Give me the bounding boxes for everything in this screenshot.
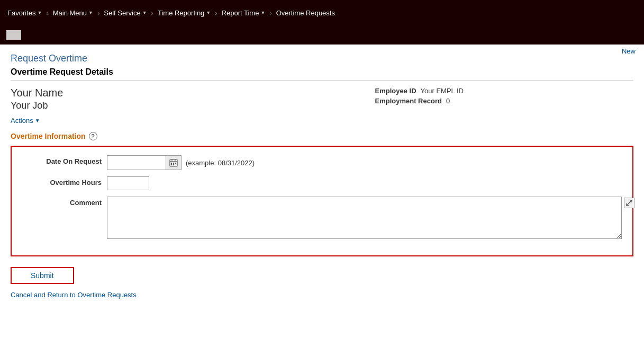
actions-label: Actions bbox=[11, 117, 33, 125]
calendar-icon bbox=[169, 158, 178, 167]
favorites-dropdown-icon: ▼ bbox=[37, 10, 42, 15]
actions-dropdown[interactable]: Actions ▼ bbox=[11, 117, 40, 125]
logo-image bbox=[6, 30, 21, 40]
nav-sep-1: › bbox=[46, 9, 48, 17]
hours-label: Overtime Hours bbox=[22, 176, 107, 187]
overtime-form-box: Date On Request bbox=[11, 146, 633, 256]
section-title: Overtime Request Details bbox=[11, 67, 633, 81]
date-input-wrapper bbox=[107, 155, 182, 170]
main-content: Request Overtime Overtime Request Detail… bbox=[0, 45, 644, 307]
navbar-overtime-requests: Overtime Requests bbox=[275, 9, 336, 17]
employee-name: Your Name bbox=[11, 87, 269, 99]
self-service-dropdown-icon: ▼ bbox=[142, 10, 147, 15]
employment-record-label: Employment Record bbox=[375, 97, 442, 105]
navbar-time-reporting-label: Time Reporting bbox=[158, 9, 204, 17]
navbar-overtime-requests-label: Overtime Requests bbox=[276, 9, 335, 17]
date-field: (example: 08/31/2022) bbox=[107, 155, 622, 170]
employee-info-left: Your Name Your Job bbox=[11, 87, 269, 111]
employee-id-value: Your EMPL ID bbox=[421, 87, 464, 95]
svg-rect-6 bbox=[175, 163, 176, 164]
nav-sep-3: › bbox=[151, 9, 153, 17]
employee-id-row: Employee ID Your EMPL ID bbox=[375, 87, 464, 95]
navbar-time-reporting[interactable]: Time Reporting ▼ bbox=[157, 9, 212, 17]
employee-id-label: Employee ID bbox=[375, 87, 416, 95]
time-reporting-dropdown-icon: ▼ bbox=[206, 10, 211, 15]
comment-textarea[interactable] bbox=[107, 197, 622, 239]
navbar-report-time[interactable]: Report Time ▼ bbox=[221, 9, 267, 17]
svg-rect-4 bbox=[171, 163, 172, 164]
date-hint: (example: 08/31/2022) bbox=[186, 159, 255, 167]
expand-comment-icon[interactable] bbox=[624, 198, 634, 208]
cancel-link[interactable]: Cancel and Return to Overtime Requests bbox=[11, 291, 137, 299]
navbar-self-service-label: Self Service bbox=[104, 9, 140, 17]
navbar-favorites[interactable]: Favorites ▼ bbox=[6, 9, 43, 17]
navbar-main-menu[interactable]: Main Menu ▼ bbox=[52, 9, 94, 17]
comment-wrapper bbox=[107, 197, 622, 241]
employee-info: Your Name Your Job Employee ID Your EMPL… bbox=[11, 87, 633, 111]
svg-rect-5 bbox=[173, 163, 174, 164]
employment-record-row: Employment Record 0 bbox=[375, 97, 450, 105]
main-menu-dropdown-icon: ▼ bbox=[88, 10, 93, 15]
employee-job: Your Job bbox=[11, 100, 269, 111]
svg-line-9 bbox=[627, 200, 632, 206]
calendar-button[interactable] bbox=[166, 156, 181, 170]
date-input[interactable] bbox=[107, 156, 166, 170]
overtime-information-title: Overtime Information ? bbox=[11, 132, 633, 140]
employee-info-right: Employee ID Your EMPL ID Employment Reco… bbox=[269, 87, 634, 107]
navbar-favorites-label: Favorites bbox=[7, 9, 35, 17]
help-icon[interactable]: ? bbox=[89, 132, 97, 140]
report-time-dropdown-icon: ▼ bbox=[260, 10, 265, 15]
comment-field bbox=[107, 197, 622, 241]
svg-rect-7 bbox=[171, 164, 172, 165]
nav-sep-2: › bbox=[97, 9, 99, 17]
top-navbar: Favorites ▼ › Main Menu ▼ › Self Service… bbox=[0, 0, 644, 25]
navbar-self-service[interactable]: Self Service ▼ bbox=[103, 9, 148, 17]
actions-arrow-icon: ▼ bbox=[35, 118, 40, 123]
page-title: Request Overtime bbox=[11, 53, 633, 64]
svg-rect-8 bbox=[173, 164, 174, 165]
date-on-request-row: Date On Request bbox=[22, 155, 622, 170]
submit-wrapper: Submit bbox=[11, 267, 633, 284]
comment-row: Comment bbox=[22, 197, 622, 241]
nav-sep-5: › bbox=[269, 9, 271, 17]
logo-bar bbox=[0, 25, 644, 45]
navbar-report-time-label: Report Time bbox=[222, 9, 259, 17]
nav-sep-4: › bbox=[215, 9, 217, 17]
overtime-hours-row: Overtime Hours bbox=[22, 176, 622, 190]
hours-field bbox=[107, 176, 622, 190]
navbar-main-menu-label: Main Menu bbox=[53, 9, 87, 17]
overtime-hours-input[interactable] bbox=[107, 176, 149, 190]
date-label: Date On Request bbox=[22, 155, 107, 165]
employment-record-value: 0 bbox=[446, 97, 450, 105]
comment-label: Comment bbox=[22, 197, 107, 207]
submit-button[interactable]: Submit bbox=[11, 267, 74, 284]
